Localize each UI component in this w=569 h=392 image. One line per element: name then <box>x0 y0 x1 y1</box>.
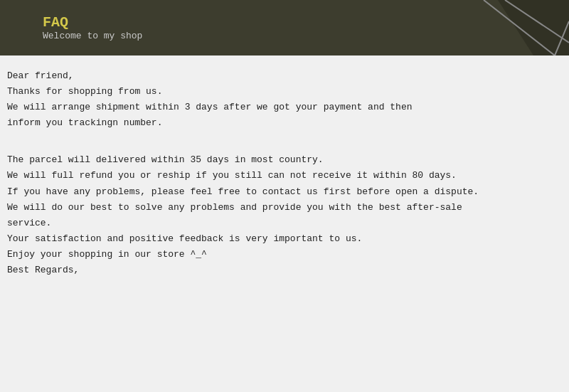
header-decoration-icon <box>441 0 569 55</box>
line6: If you have any problems, please feel fr… <box>7 184 560 200</box>
greeting: Dear friend, <box>7 68 560 84</box>
line4: The parcel will delivered within 35 days… <box>7 152 560 168</box>
line9: Your satisfaction and positive feedback … <box>7 231 560 247</box>
line1: Thanks for shopping from us. <box>7 84 560 100</box>
header: FAQ Welcome to my shop <box>0 0 569 55</box>
line2: We will arrange shipment within 3 days a… <box>7 100 560 115</box>
spacer <box>7 131 560 152</box>
line3: inform you trackingn number. <box>7 115 560 131</box>
line5: We will full refund you or reship if you… <box>7 168 560 184</box>
header-subtitle: Welcome to my shop <box>43 31 142 41</box>
header-text: FAQ Welcome to my shop <box>43 14 142 41</box>
line11: Best Regards, <box>7 263 560 278</box>
line8: service. <box>7 216 560 231</box>
line10: Enjoy your shopping in our store ^_^ <box>7 247 560 263</box>
content-area: Dear friend, Thanks for shopping from us… <box>0 55 569 287</box>
line7: We will do our best to solve any problem… <box>7 200 560 216</box>
header-title: FAQ <box>43 14 142 31</box>
